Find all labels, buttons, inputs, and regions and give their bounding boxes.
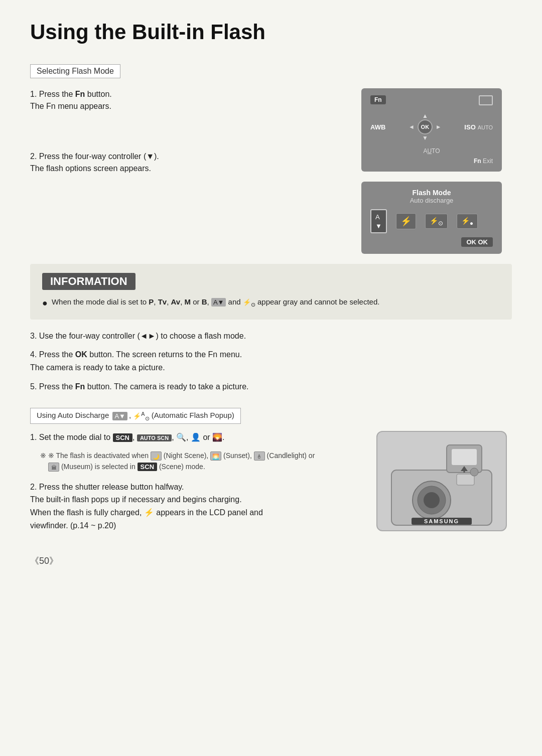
instructions-right: Fn AWB ▲ ◄ OK ► ▼ ISO AUTO <box>361 88 512 254</box>
step2-sub: The flash options screen appears. <box>30 164 151 173</box>
step4-sub: The camera is ready to take a picture. <box>30 363 165 372</box>
nav-up: ▲ <box>422 112 428 119</box>
flash-auto-discharge: Auto discharge <box>370 197 493 204</box>
page-title: Using the Built-in Flash <box>30 20 512 49</box>
section2-step2: 2. Press the shutter release button half… <box>30 481 356 532</box>
icon-landscape: 🌄 <box>212 433 222 441</box>
ok-bold: OK <box>75 350 87 359</box>
flash-icons-row: A▼ ⚡ ⚡⊙ ⚡● <box>370 209 493 233</box>
candle-icon: 🕯 <box>254 451 265 461</box>
step1: 1. Press the Fn button. The Fn menu appe… <box>30 88 341 112</box>
icon-q: 🔍 <box>176 433 186 441</box>
flash-auto-icon: A▼ <box>370 209 387 233</box>
scn-badge: SCN <box>113 433 132 442</box>
nav-down: ▼ <box>422 134 428 141</box>
flash-slow-icon: ⚡● <box>457 214 478 229</box>
step2-sub2: When the flash is fully charged, ⚡ appea… <box>30 508 263 517</box>
page-number: 《50》 <box>30 555 512 567</box>
flash-redeye-icon: ⚡⊙ <box>425 214 448 229</box>
auto-label: AUTO <box>478 124 493 130</box>
section1-label: Selecting Flash Mode <box>30 64 120 78</box>
fn-button-icon: Fn <box>370 95 386 104</box>
svg-text:SAMSUNG: SAMSUNG <box>424 518 459 524</box>
flash-mode-panel: Flash Mode Auto discharge A▼ ⚡ ⚡⊙ ⚡● OK … <box>361 182 502 254</box>
information-box: INFORMATION ● When the mode dial is set … <box>30 264 512 320</box>
steps-3-5: 3. Use the four-way controller (◄►) to c… <box>30 330 512 393</box>
info-text: When the mode dial is set to P, Tv, Av, … <box>52 296 380 309</box>
fn-menu-panel: Fn AWB ▲ ◄ OK ► ▼ ISO AUTO <box>361 88 502 172</box>
step3: 3. Use the four-way controller (◄►) to c… <box>30 330 512 343</box>
auto-bottom-label: AUTO <box>370 147 493 155</box>
section2-step1: 1. Set the mode dial to SCN, AUTO SCN, 🔍… <box>30 431 356 444</box>
ok-bar-btn: OK OK <box>461 237 493 247</box>
svg-point-9 <box>470 468 478 476</box>
step2-sub3: viewfinder. (p.14 ~ p.20) <box>30 521 116 530</box>
fn-exit-label: Fn Exit <box>370 158 493 165</box>
svg-rect-8 <box>457 474 474 485</box>
bottom-right: SAMSUNG <box>376 431 512 531</box>
svg-point-3 <box>424 492 440 508</box>
icon-portrait: 👤 <box>191 433 201 441</box>
awb-label: AWB <box>370 123 385 131</box>
svg-rect-5 <box>452 449 477 465</box>
night-scene-icon: 🌙 <box>151 451 162 461</box>
ok-circle: OK <box>418 119 433 134</box>
step4: 4. Press the OK button. The screen retur… <box>30 348 512 374</box>
fn-bold: Fn <box>75 90 85 98</box>
scn-badge2: SCN <box>138 463 157 471</box>
flash-on-icon: ⚡ <box>396 213 416 229</box>
info-bullet: ● When the mode dial is set to P, Tv, Av… <box>42 296 500 311</box>
bullet-dot: ● <box>42 296 48 311</box>
step1-sub: The Fn menu appears. <box>30 102 111 110</box>
autoscn-badge: AUTO SCN <box>137 434 172 441</box>
iso-label: ISO <box>464 123 475 131</box>
step5: 5. Press the Fn button. The camera is re… <box>30 380 512 393</box>
flash-mode-title: Flash Mode <box>370 189 493 197</box>
sub-note-museum: 🏛 (Museum) is selected in SCN (Scene) mo… <box>48 461 356 473</box>
section2-label: Using Auto Discharge A▼, ⚡A⊙ (Automatic … <box>30 408 241 424</box>
sunset-icon: 🌅 <box>210 451 221 461</box>
step2-sub1: The built-in flash pops up if necessary … <box>30 495 242 504</box>
main-content: 1. Press the Fn button. The Fn menu appe… <box>30 88 512 254</box>
info-header: INFORMATION <box>42 273 136 290</box>
nav-cluster: ▲ ◄ OK ► ▼ <box>409 112 442 141</box>
museum-icon: 🏛 <box>48 463 59 472</box>
ok-bar: OK OK <box>370 237 493 247</box>
nav-left: ◄ <box>409 123 415 130</box>
bottom-content: 1. Set the mode dial to SCN, AUTO SCN, 🔍… <box>30 431 512 540</box>
fn-bold2: Fn <box>75 382 85 391</box>
instructions-left: 1. Press the Fn button. The Fn menu appe… <box>30 88 341 254</box>
or-text: or <box>203 433 210 441</box>
step2: 2. Press the four-way controller (▼). Th… <box>30 150 341 175</box>
sub-note-flash: ※ ※ The flash is deactivated when 🌙 (Nig… <box>40 450 356 461</box>
bottom-left: 1. Set the mode dial to SCN, AUTO SCN, 🔍… <box>30 431 356 540</box>
camera-sketch: SAMSUNG <box>381 440 502 530</box>
rect-icon <box>479 95 493 105</box>
nav-right: ► <box>436 123 442 130</box>
camera-image: SAMSUNG <box>376 431 507 531</box>
